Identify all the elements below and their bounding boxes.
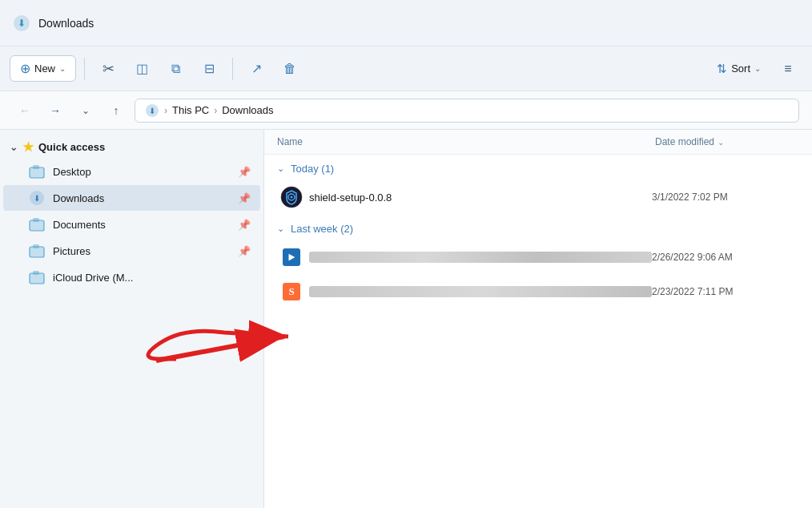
recent-button[interactable]: ⌄ <box>74 99 98 123</box>
scissors-icon: ✂ <box>103 60 115 78</box>
documents-pin-icon: 📌 <box>238 219 251 231</box>
group-today[interactable]: ⌄ Today (1) <box>264 155 812 179</box>
documents-label: Documents <box>53 219 230 231</box>
delete-button[interactable]: 🗑 <box>275 54 305 84</box>
blurred-file-2-date: 2/23/2022 7:11 PM <box>652 286 796 297</box>
table-row[interactable]: shield-setup-0.0.8 3/1/2022 7:02 PM <box>267 180 809 214</box>
sort-button[interactable]: ⇅ Sort ⌄ <box>707 57 770 81</box>
shield-file-date: 3/1/2022 7:02 PM <box>652 192 796 203</box>
column-date-chevron-icon: ⌄ <box>718 138 724 147</box>
copy-button[interactable]: ◫ <box>127 54 157 84</box>
up-button[interactable]: ↑ <box>104 99 128 123</box>
lastweek-chevron-icon: ⌄ <box>277 224 284 234</box>
sidebar-item-icloud[interactable]: iCloud Drive (M... <box>3 264 260 290</box>
lastweek-label: Last week (2) <box>291 223 353 235</box>
table-row[interactable]: 2/26/2022 9:06 AM <box>267 240 809 274</box>
svg-rect-11 <box>33 218 39 222</box>
shield-file-name: shield-setup-0.0.8 <box>309 192 652 204</box>
address-bar: ← → ⌄ ↑ ⬇ › This PC › Downloads <box>0 91 812 130</box>
pictures-label: Pictures <box>53 245 230 257</box>
video-file-icon <box>280 246 303 268</box>
up-icon: ↑ <box>114 104 119 117</box>
icloud-label: iCloud Drive (M... <box>53 272 251 284</box>
separator-2 <box>232 58 233 80</box>
file-list-header: Name Date modified ⌄ <box>264 130 812 155</box>
svg-marker-21 <box>289 254 295 261</box>
today-chevron-icon: ⌄ <box>277 163 284 174</box>
quick-access-chevron-icon: ⌄ <box>10 142 18 153</box>
svg-rect-17 <box>33 271 39 275</box>
rename-icon: ⊟ <box>204 61 215 76</box>
menu-icon: ≡ <box>784 62 791 76</box>
delete-icon: 🗑 <box>283 62 296 76</box>
quick-access-header[interactable]: ⌄ ★ Quick access <box>0 136 263 158</box>
pictures-pin-icon: 📌 <box>238 245 251 257</box>
paste-icon: ⧉ <box>171 62 180 76</box>
documents-folder-icon <box>29 216 45 232</box>
shield-file-icon <box>280 186 303 208</box>
sidebar: ⌄ ★ Quick access Desktop 📌 <box>0 130 264 508</box>
column-name-label: Name <box>277 136 303 147</box>
path-separator-1: › <box>164 105 167 116</box>
blurred-file-1-name <box>309 252 652 263</box>
downloads-label: Downloads <box>53 192 230 204</box>
svg-text:⬇: ⬇ <box>18 18 26 29</box>
new-chevron-icon: ⌄ <box>59 64 66 73</box>
main-area: ⌄ ★ Quick access Desktop 📌 <box>0 130 812 508</box>
downloads-pin-icon: 📌 <box>238 192 251 204</box>
path-downloads[interactable]: Downloads <box>222 104 273 116</box>
share-button[interactable]: ↗ <box>241 54 271 84</box>
desktop-folder-icon <box>29 163 45 179</box>
cut-button[interactable]: ✂ <box>93 54 123 84</box>
new-label: New <box>34 62 55 75</box>
new-button[interactable]: ⊕ New ⌄ <box>10 55 76 82</box>
chevron-down-icon: ⌄ <box>82 105 90 116</box>
forward-button[interactable]: → <box>43 99 67 123</box>
column-date[interactable]: Date modified ⌄ <box>655 136 799 147</box>
sort-icon: ⇅ <box>717 62 727 76</box>
toolbar: ⊕ New ⌄ ✂ ◫ ⧉ ⊟ ↗ 🗑 ⇅ Sort ⌄ <box>0 46 812 91</box>
forward-icon: → <box>50 104 61 117</box>
rename-button[interactable]: ⊟ <box>194 54 224 84</box>
desktop-pin-icon: 📌 <box>238 166 251 178</box>
separator-1 <box>84 58 85 80</box>
paste-button[interactable]: ⧉ <box>160 54 191 84</box>
plus-icon: ⊕ <box>20 61 30 76</box>
window-icon: ⬇ <box>13 14 30 32</box>
column-date-label: Date modified <box>655 136 714 147</box>
more-menu-button[interactable]: ≡ <box>774 54 802 83</box>
table-row[interactable]: S 2/23/2022 7:11 PM <box>267 275 809 308</box>
sidebar-item-pictures[interactable]: Pictures 📌 <box>3 238 260 264</box>
sidebar-item-desktop[interactable]: Desktop 📌 <box>3 159 260 184</box>
share-icon: ↗ <box>251 61 262 76</box>
sidebar-item-documents[interactable]: Documents 📌 <box>3 212 260 237</box>
sublime-file-icon: S <box>280 280 303 303</box>
sort-chevron-icon: ⌄ <box>754 64 761 73</box>
downloads-folder-icon: ⬇ <box>29 190 45 206</box>
blurred-file-2-name <box>309 286 652 297</box>
sidebar-item-downloads[interactable]: ⬇ Downloads 📌 <box>3 185 260 211</box>
file-list: Name Date modified ⌄ ⌄ Today (1) <box>264 130 812 508</box>
back-icon: ← <box>19 104 30 117</box>
back-button[interactable]: ← <box>13 99 37 123</box>
svg-text:⬇: ⬇ <box>149 107 155 115</box>
svg-point-20 <box>291 196 293 199</box>
today-label: Today (1) <box>291 163 334 175</box>
icloud-folder-icon <box>29 269 45 285</box>
group-lastweek[interactable]: ⌄ Last week (2) <box>264 215 812 240</box>
path-separator-2: › <box>214 105 217 116</box>
column-name[interactable]: Name <box>277 136 655 147</box>
copy-icon: ◫ <box>136 61 148 76</box>
pictures-folder-icon <box>29 243 45 259</box>
address-path[interactable]: ⬇ › This PC › Downloads <box>135 99 799 123</box>
title-bar: ⬇ Downloads <box>0 0 812 46</box>
blurred-file-1-date: 2/26/2022 9:06 AM <box>652 252 796 263</box>
quick-access-label: Quick access <box>38 141 105 153</box>
quick-access-star-icon: ★ <box>22 139 34 155</box>
path-this-pc[interactable]: This PC <box>172 104 209 116</box>
desktop-label: Desktop <box>53 166 230 178</box>
path-icon: ⬇ <box>145 103 159 118</box>
window-title: Downloads <box>38 17 94 30</box>
svg-text:⬇: ⬇ <box>34 194 40 203</box>
svg-rect-6 <box>33 165 39 169</box>
